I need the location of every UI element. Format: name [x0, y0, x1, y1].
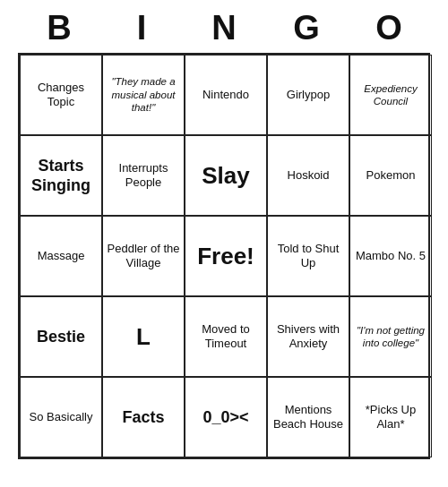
- title-letter: B: [39, 9, 80, 47]
- bingo-cell: Nintendo: [185, 55, 267, 135]
- bingo-cell: Told to Shut Up: [267, 216, 349, 296]
- bingo-cell: Slay: [185, 135, 267, 216]
- bingo-cell: Girlypop: [267, 55, 349, 135]
- bingo-title: BINGO: [18, 0, 430, 53]
- bingo-cell: Starts Singing: [20, 135, 102, 216]
- title-letter: O: [368, 9, 409, 47]
- bingo-cell: Expediency Council: [349, 55, 432, 135]
- bingo-cell: Moved to Timeout: [185, 296, 267, 377]
- title-letter: N: [203, 9, 245, 47]
- title-letter: I: [121, 9, 162, 47]
- bingo-grid: Changes Topic"They made a musical about …: [18, 53, 430, 459]
- title-letter: G: [286, 9, 327, 47]
- bingo-cell: Peddler of the Village: [102, 216, 185, 296]
- bingo-cell: So Basically: [20, 377, 102, 457]
- bingo-cell: Hoskoid: [267, 135, 349, 216]
- bingo-cell: Massage: [20, 216, 102, 296]
- bingo-cell: Mentions Beach House: [267, 377, 349, 457]
- bingo-cell: Shivers with Anxiety: [267, 296, 349, 377]
- bingo-cell: Mambo No. 5: [349, 216, 432, 296]
- bingo-cell: *Picks Up Alan*: [349, 377, 432, 457]
- bingo-cell: Pokemon: [349, 135, 432, 216]
- bingo-cell: Interrupts People: [102, 135, 185, 216]
- bingo-cell: Facts: [102, 377, 185, 457]
- bingo-cell: L: [102, 296, 185, 377]
- bingo-cell: "I'm not getting into college": [349, 296, 432, 377]
- bingo-cell: Bestie: [20, 296, 102, 377]
- bingo-cell: "They made a musical about that!": [102, 55, 185, 135]
- bingo-cell: 0_0><: [185, 377, 267, 457]
- bingo-cell: Free!: [185, 216, 267, 296]
- bingo-cell: Changes Topic: [20, 55, 102, 135]
